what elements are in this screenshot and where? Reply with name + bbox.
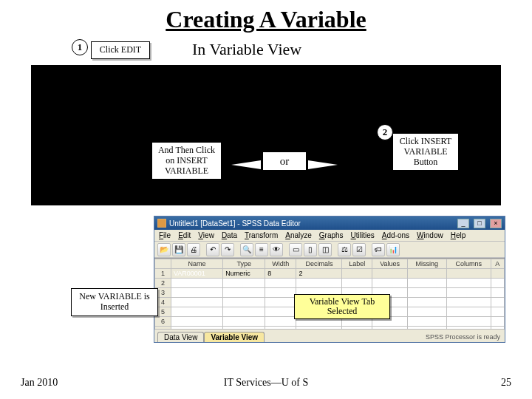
spss-status-text: SPSS Processor is ready (426, 333, 500, 341)
spss-window: Untitled1 [DataSet1] - SPSS Data Editor … (154, 216, 505, 343)
menu-file[interactable]: File (159, 231, 171, 239)
cell-type: Numeric (223, 269, 265, 279)
split-icon[interactable]: ◫ (318, 243, 332, 256)
save-icon[interactable]: 💾 (172, 243, 185, 256)
table-row[interactable]: 2 (155, 279, 505, 288)
table-header-row: Name Type Width Decimals Label Values Mi… (155, 259, 505, 269)
spss-titlebar: Untitled1 [DataSet1] - SPSS Data Editor … (154, 216, 505, 230)
cell-width: 8 (265, 269, 296, 279)
callout-insert-variable-menu: And Then Click on INSERT VARIABLE (151, 142, 222, 180)
use-sets-icon[interactable]: 📊 (386, 243, 400, 256)
menu-window[interactable]: Window (417, 231, 443, 239)
callout-new-variable-inserted: New VARIABLE is Inserted (71, 288, 158, 316)
menu-graphs[interactable]: Graphs (319, 231, 344, 239)
footer-org: IT Services—U of S (0, 377, 532, 389)
slide-number: 25 (501, 377, 511, 389)
menu-view[interactable]: View (198, 231, 214, 239)
slide-title: Creating A Variable (0, 6, 532, 33)
callout-variable-view-selected: Variable View Tab Selected (294, 294, 390, 319)
select-icon[interactable]: ☑ (352, 243, 366, 256)
tab-variable-view[interactable]: Variable View (204, 332, 265, 342)
arrow-right-icon (308, 160, 338, 169)
insert-variable-icon[interactable]: ▯ (304, 243, 317, 256)
step-badge-1: 1 (72, 39, 88, 55)
goto-icon[interactable]: 🔍 (240, 243, 253, 256)
open-icon[interactable]: 📂 (157, 243, 171, 256)
value-labels-icon[interactable]: 🏷 (372, 243, 385, 256)
menu-analyze[interactable]: Analyze (285, 231, 312, 239)
tab-data-view[interactable]: Data View (157, 332, 204, 342)
minimize-button[interactable]: _ (457, 219, 469, 228)
menu-edit[interactable]: Edit (178, 231, 191, 239)
maximize-button[interactable]: □ (474, 219, 485, 228)
undo-icon[interactable]: ↶ (206, 243, 219, 256)
spss-menubar[interactable]: File Edit View Data Transform Analyze Gr… (154, 230, 505, 242)
spss-toolbar: 📂 💾 🖨 ↶ ↷ 🔍 ≡ 👁 ▭ ▯ ◫ ⚖ ☑ 🏷 📊 (154, 242, 505, 258)
callout-insert-variable-button: Click INSERT VARIABLE Button (392, 133, 459, 171)
arrow-left-icon (231, 160, 261, 169)
spss-title-text: Untitled1 [DataSet1] - SPSS Data Editor (169, 219, 453, 228)
cell-name: VAR00001 (171, 269, 223, 279)
print-icon[interactable]: 🖨 (187, 243, 200, 256)
menu-data[interactable]: Data (222, 231, 237, 239)
insert-case-icon[interactable]: ▭ (289, 243, 302, 256)
close-button[interactable]: × (490, 219, 502, 228)
slide-subtitle: In Variable View (192, 40, 301, 59)
vars-icon[interactable]: ≡ (255, 243, 268, 256)
menu-help[interactable]: Help (451, 231, 466, 239)
menu-addons[interactable]: Add-ons (382, 231, 409, 239)
callout-click-edit: Click EDIT (91, 41, 150, 59)
table-row[interactable]: 1 VAR00001 Numeric 8 2 (155, 269, 505, 279)
redo-icon[interactable]: ↷ (221, 243, 234, 256)
app-icon (157, 219, 166, 228)
weight-icon[interactable]: ⚖ (338, 243, 351, 256)
cell-decimals: 2 (296, 269, 342, 279)
step-badge-2: 2 (377, 124, 393, 140)
find-icon[interactable]: 👁 (270, 243, 283, 256)
or-connector: or (262, 151, 307, 171)
menu-utilities[interactable]: Utilities (351, 231, 375, 239)
menu-transform[interactable]: Transform (245, 231, 278, 239)
